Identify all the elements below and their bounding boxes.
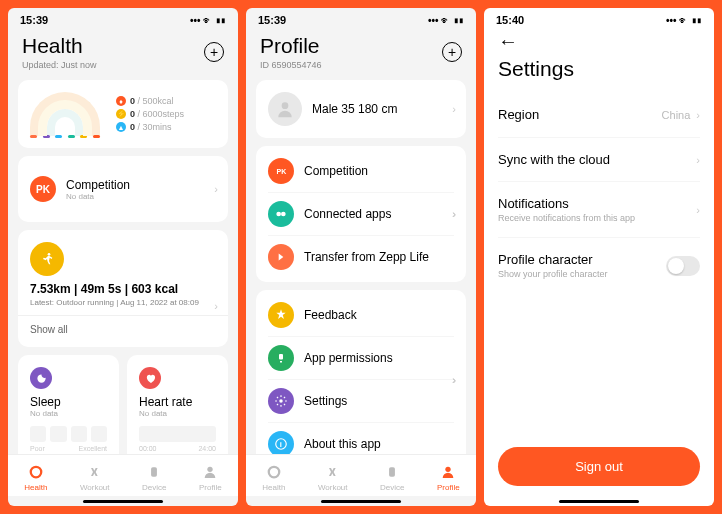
- home-indicator[interactable]: [321, 500, 401, 503]
- running-icon: [30, 242, 64, 276]
- status-icons: ••• ᯤ ▮▮: [190, 15, 226, 26]
- tab-profile[interactable]: Profile: [437, 463, 460, 492]
- heart-label: Heart rate: [139, 395, 216, 409]
- item-label: About this app: [304, 437, 381, 451]
- chevron-right-icon: ›: [452, 208, 456, 220]
- pk-icon: PK: [30, 176, 56, 202]
- chevron-right-icon: ›: [214, 300, 218, 312]
- tab-device[interactable]: Device: [380, 463, 404, 492]
- notifications-row[interactable]: Notifications Receive notifications from…: [498, 182, 700, 238]
- sleep-card[interactable]: Sleep No data PoorExcellent: [18, 355, 119, 454]
- activity-rings-icon: [30, 92, 100, 136]
- svg-point-0: [48, 253, 51, 256]
- heart-icon: [139, 367, 161, 389]
- header: Settings: [484, 53, 714, 91]
- svg-point-10: [279, 399, 283, 403]
- device-tab-icon: [383, 463, 401, 481]
- show-all-button[interactable]: Show all ›: [18, 315, 228, 335]
- tab-device[interactable]: Device: [142, 463, 166, 492]
- workout-stats: 7.53km | 49m 5s | 603 kcal: [30, 282, 216, 296]
- profile-char-row: Profile character Show your profile char…: [498, 238, 700, 293]
- competition-sub: No data: [66, 192, 130, 201]
- phone-settings: 15:40 ••• ᯤ ▮▮ ← Settings Region China› …: [484, 8, 714, 506]
- heart-card[interactable]: Heart rate No data 00:0024:00: [127, 355, 228, 454]
- sleep-bars: [30, 426, 107, 442]
- chevron-right-icon: ›: [696, 204, 700, 216]
- item-icon: [268, 244, 294, 270]
- chevron-right-icon: ›: [452, 374, 456, 386]
- status-icons: ••• ᯤ ▮▮: [428, 15, 464, 26]
- status-time: 15:39: [20, 14, 48, 26]
- tab-health[interactable]: Health: [24, 463, 47, 492]
- notif-label: Notifications: [498, 196, 635, 211]
- svg-rect-2: [151, 467, 157, 476]
- list-item[interactable]: App permissions›: [268, 337, 454, 380]
- updated-text: Updated: Just now: [22, 60, 224, 70]
- competition-card[interactable]: PK Competition No data ›: [18, 156, 228, 222]
- phone-profile: 15:39 ••• ᯤ ▮▮ Profile ID 6590554746 + M…: [246, 8, 476, 506]
- tab-workout[interactable]: Workout: [80, 463, 110, 492]
- notif-sub: Receive notifications from this app: [498, 213, 635, 223]
- svg-rect-14: [389, 467, 395, 476]
- list-item[interactable]: Feedback›: [268, 294, 454, 337]
- profile-section-2: Feedback›App permissions›Settings›iAbout…: [256, 290, 466, 454]
- heart-sub: No data: [139, 409, 216, 418]
- list-item[interactable]: Settings›: [268, 380, 454, 423]
- item-icon: [268, 388, 294, 414]
- status-bar: 15:39 ••• ᯤ ▮▮: [8, 8, 238, 30]
- svg-rect-9: [280, 361, 282, 363]
- item-label: App permissions: [304, 351, 393, 365]
- workout-card[interactable]: 7.53km | 49m 5s | 603 kcal Latest: Outdo…: [18, 230, 228, 347]
- health-tab-icon: [265, 463, 283, 481]
- page-title: Health: [22, 34, 224, 58]
- home-indicator[interactable]: [559, 500, 639, 503]
- add-button[interactable]: +: [442, 42, 462, 62]
- tab-profile[interactable]: Profile: [199, 463, 222, 492]
- chevron-right-icon: ›: [452, 103, 456, 115]
- char-sub: Show your profile character: [498, 269, 608, 279]
- profile-id: ID 6590554746: [260, 60, 462, 70]
- profile-tab-icon: [439, 463, 457, 481]
- flame-icon: ♦: [116, 96, 126, 106]
- sign-out-button[interactable]: Sign out: [498, 447, 700, 486]
- list-item[interactable]: Transfer from Zepp Life›: [268, 236, 454, 278]
- svg-point-7: [281, 212, 286, 217]
- activity-summary-card[interactable]: ♦0 / 500kcal ⚡0 / 6000steps ▲0 / 30mins: [18, 80, 228, 148]
- workout-sub: Latest: Outdoor running | Aug 11, 2022 a…: [30, 298, 216, 307]
- back-button[interactable]: ←: [484, 30, 714, 53]
- workout-tab-icon: [324, 463, 342, 481]
- home-indicator[interactable]: [83, 500, 163, 503]
- stand-icon: ▲: [116, 122, 126, 132]
- chevron-right-icon: ›: [696, 109, 700, 121]
- header: Profile ID 6590554746 +: [246, 30, 476, 80]
- item-icon: [268, 201, 294, 227]
- status-time: 15:40: [496, 14, 524, 26]
- svg-text:PK: PK: [277, 168, 287, 175]
- tab-health[interactable]: Health: [262, 463, 285, 492]
- user-info: Male 35 180 cm: [312, 102, 397, 116]
- list-item[interactable]: PKCompetition›: [268, 150, 454, 193]
- region-row[interactable]: Region China›: [498, 91, 700, 138]
- item-icon: PK: [268, 158, 294, 184]
- status-bar: 15:40 ••• ᯤ ▮▮: [484, 8, 714, 30]
- list-item[interactable]: iAbout this app›: [268, 423, 454, 454]
- activity-metrics: ♦0 / 500kcal ⚡0 / 6000steps ▲0 / 30mins: [116, 96, 184, 132]
- chevron-right-icon: ›: [214, 183, 218, 195]
- sync-row[interactable]: Sync with the cloud ›: [498, 138, 700, 182]
- page-title: Settings: [498, 57, 700, 81]
- tab-workout[interactable]: Workout: [318, 463, 348, 492]
- sleep-label: Sleep: [30, 395, 107, 409]
- add-button[interactable]: +: [204, 42, 224, 62]
- status-icons: ••• ᯤ ▮▮: [666, 15, 702, 26]
- svg-point-6: [276, 212, 281, 217]
- content: Male 35 180 cm › PKCompetition›Connected…: [246, 80, 476, 454]
- chevron-right-icon: ›: [696, 154, 700, 166]
- svg-point-3: [208, 467, 213, 472]
- profile-char-toggle[interactable]: [666, 256, 700, 276]
- settings-list: Region China› Sync with the cloud › Noti…: [484, 91, 714, 293]
- profile-section-1: PKCompetition›Connected apps›Transfer fr…: [256, 146, 466, 282]
- health-tab-icon: [27, 463, 45, 481]
- list-item[interactable]: Connected apps›: [268, 193, 454, 236]
- status-bar: 15:39 ••• ᯤ ▮▮: [246, 8, 476, 30]
- user-card[interactable]: Male 35 180 cm ›: [256, 80, 466, 138]
